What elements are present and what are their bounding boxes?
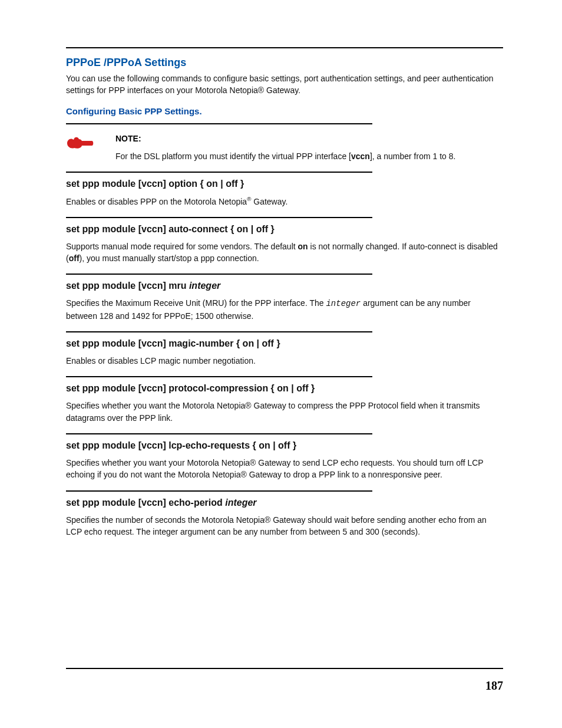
cmd-mru-heading: set ppp module [vccn] mru integer (66, 281, 503, 291)
cmd-lcp-echo-heading: set ppp module [vccn] lcp-echo-requests … (66, 440, 503, 451)
content-frame: PPPoE /PPPoA Settings You can use the fo… (66, 47, 503, 669)
text: set ppp module [vccn] echo-period (66, 498, 225, 508)
cmd-lcp-echo-desc: Specifies whether you want your Motorola… (66, 457, 503, 481)
heading-main: PPPoE /PPPoA Settings (66, 57, 503, 69)
text: Gateway. (251, 197, 287, 206)
divider (66, 433, 372, 434)
bold-on: on (298, 242, 308, 251)
note-text: For the DSL platform you must identify t… (115, 150, 503, 162)
divider (66, 123, 372, 124)
cmd-option-desc: Enables or disables PPP on the Motorola … (66, 195, 503, 207)
mono-integer: integer (326, 299, 361, 308)
page-number: 187 (485, 679, 503, 693)
divider (66, 217, 372, 218)
divider (66, 376, 372, 377)
text: Supports manual mode required for some v… (66, 242, 298, 251)
cmd-autoconnect-desc: Supports manual mode required for some v… (66, 241, 503, 265)
page: PPPoE /PPPoA Settings You can use the fo… (0, 0, 562, 728)
cmd-protocol-heading: set ppp module [vccn] protocol-compressi… (66, 383, 503, 394)
heading-sub: Configuring Basic PPP Settings. (66, 106, 503, 116)
cmd-magic-desc: Enables or disables LCP magic number neg… (66, 355, 503, 367)
note-block: NOTE: For the DSL platform you must iden… (66, 130, 503, 172)
divider (66, 331, 372, 332)
note-label: NOTE: (115, 134, 503, 143)
cmd-echo-period-desc: Specifies the number of seconds the Moto… (66, 514, 503, 538)
intro-paragraph: You can use the following commands to co… (66, 73, 503, 97)
text: Specifies the Maximum Receive Unit (MRU)… (66, 298, 326, 308)
divider (66, 490, 372, 492)
divider (66, 172, 372, 173)
bold-off: off (69, 253, 80, 263)
text: ), you must manually start/stop a ppp co… (80, 253, 259, 263)
italic-integer: integer (225, 498, 256, 508)
pointing-hand-icon (66, 130, 101, 172)
cmd-echo-period-heading: set ppp module [vccn] echo-period intege… (66, 498, 503, 508)
cmd-mru-desc: Specifies the Maximum Receive Unit (MRU)… (66, 297, 503, 322)
note-prefix: For the DSL platform you must identify t… (115, 151, 351, 161)
note-body: NOTE: For the DSL platform you must iden… (101, 130, 503, 172)
note-vccn: vccn (351, 151, 370, 161)
divider (66, 274, 372, 275)
note-suffix: ], a number from 1 to 8. (370, 151, 456, 161)
cmd-magic-heading: set ppp module [vccn] magic-number { on … (66, 338, 503, 349)
text: Enables or disables PPP on the Motorola … (66, 197, 247, 206)
cmd-protocol-desc: Specifies whether you want the Motorola … (66, 400, 503, 424)
cmd-autoconnect-heading: set ppp module [vccn] auto-connect { on … (66, 224, 503, 235)
cmd-option-heading: set ppp module [vccn] option { on | off … (66, 179, 503, 189)
text: set ppp module [vccn] mru (66, 281, 189, 291)
italic-integer: integer (189, 281, 220, 291)
